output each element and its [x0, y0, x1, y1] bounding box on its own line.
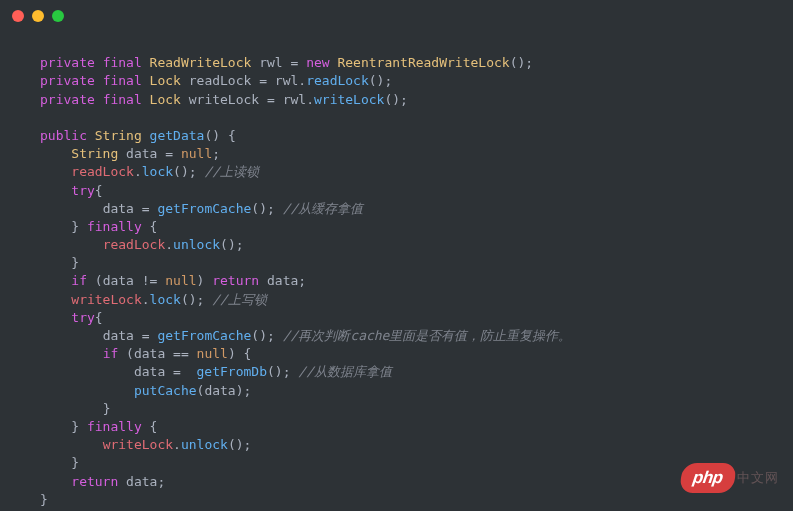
identifier: data — [267, 273, 298, 288]
punct: } — [71, 255, 79, 270]
keyword: return — [71, 474, 118, 489]
punct: . — [134, 164, 142, 179]
comment: //从缓存拿值 — [283, 201, 364, 216]
code-editor: private final ReadWriteLock rwl = new Re… — [0, 32, 793, 509]
punct: ) — [212, 128, 220, 143]
keyword: finally — [87, 419, 142, 434]
method: getFromCache — [157, 328, 251, 343]
method: unlock — [173, 237, 220, 252]
identifier: readLock — [103, 237, 166, 252]
punct: ) — [189, 292, 197, 307]
comment: //上写锁 — [212, 292, 267, 307]
punct: ) — [197, 273, 205, 288]
watermark-badge: php — [679, 463, 737, 493]
punct: ) — [228, 237, 236, 252]
punct: ) — [275, 364, 283, 379]
identifier: data — [204, 383, 235, 398]
comment: //上读锁 — [204, 164, 259, 179]
type: String — [95, 128, 142, 143]
method: lock — [142, 164, 173, 179]
punct: ; — [267, 201, 275, 216]
keyword: try — [71, 183, 94, 198]
punct: ) — [259, 328, 267, 343]
identifier: writeLock — [71, 292, 141, 307]
punct: ( — [251, 201, 259, 216]
punct: ; — [157, 474, 165, 489]
punct: . — [173, 437, 181, 452]
punct: . — [142, 292, 150, 307]
keyword: new — [306, 55, 329, 70]
punct: ) — [392, 92, 400, 107]
punct: ( — [126, 346, 134, 361]
punct: } — [71, 455, 79, 470]
identifier: data — [103, 328, 134, 343]
close-icon[interactable] — [12, 10, 24, 22]
keyword: private — [40, 92, 95, 107]
operator: != — [134, 273, 165, 288]
identifier: readLock — [189, 73, 252, 88]
method: getFromCache — [157, 201, 251, 216]
operator: = — [157, 146, 180, 161]
method-name: getData — [150, 128, 205, 143]
punct: ; — [525, 55, 533, 70]
identifier: data — [134, 346, 165, 361]
type: Lock — [150, 92, 181, 107]
keyword: public — [40, 128, 87, 143]
keyword: return — [212, 273, 259, 288]
punct: ( — [220, 237, 228, 252]
method: getFromDb — [197, 364, 267, 379]
operator: = — [134, 201, 157, 216]
operator: = — [283, 55, 306, 70]
minimize-icon[interactable] — [32, 10, 44, 22]
punct: ( — [173, 164, 181, 179]
punct: ( — [267, 364, 275, 379]
window-controls — [0, 0, 793, 32]
comment: //从数据库拿值 — [298, 364, 392, 379]
identifier: data — [126, 474, 157, 489]
watermark-text: 中文网 — [737, 469, 779, 487]
punct: ; — [298, 273, 306, 288]
keyword: if — [71, 273, 87, 288]
keyword: final — [103, 92, 142, 107]
comment: //再次判断cache里面是否有值，防止重复操作。 — [283, 328, 572, 343]
punct: ) — [259, 201, 267, 216]
punct: ; — [400, 92, 408, 107]
identifier: data — [103, 201, 134, 216]
literal: null — [165, 273, 196, 288]
punct: ( — [181, 292, 189, 307]
operator: = — [134, 328, 157, 343]
punct: . — [306, 92, 314, 107]
punct: } — [71, 419, 79, 434]
punct: ) — [228, 346, 236, 361]
type: ReentrantReadWriteLock — [337, 55, 509, 70]
identifier: writeLock — [189, 92, 259, 107]
punct: ; — [283, 364, 291, 379]
punct: ( — [251, 328, 259, 343]
keyword: finally — [87, 219, 142, 234]
punct: ) — [236, 437, 244, 452]
method: putCache — [134, 383, 197, 398]
watermark: php 中文网 — [681, 463, 779, 493]
punct: { — [150, 219, 158, 234]
keyword: final — [103, 55, 142, 70]
operator: == — [165, 346, 196, 361]
punct: { — [244, 346, 252, 361]
literal: null — [197, 346, 228, 361]
identifier: data — [134, 364, 165, 379]
operator: = — [165, 364, 188, 379]
punct: ( — [95, 273, 103, 288]
keyword: if — [103, 346, 119, 361]
punct: } — [71, 219, 79, 234]
punct: { — [95, 183, 103, 198]
punct: ) — [181, 164, 189, 179]
identifier: readLock — [71, 164, 134, 179]
identifier: writeLock — [103, 437, 173, 452]
type: ReadWriteLock — [150, 55, 252, 70]
keyword: final — [103, 73, 142, 88]
method: writeLock — [314, 92, 384, 107]
zoom-icon[interactable] — [52, 10, 64, 22]
punct: . — [165, 237, 173, 252]
method: lock — [150, 292, 181, 307]
keyword: private — [40, 73, 95, 88]
punct: ) — [236, 383, 244, 398]
